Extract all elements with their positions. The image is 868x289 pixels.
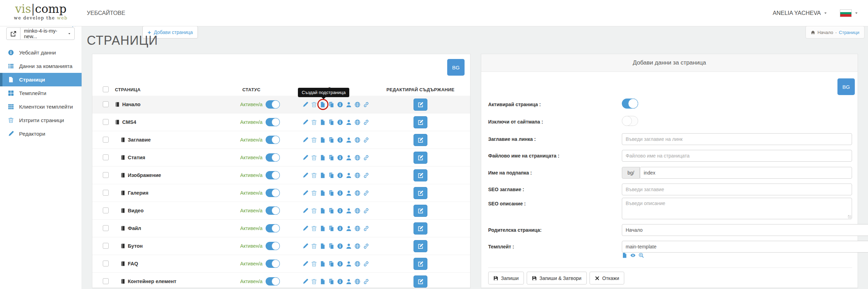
edit-content-button[interactable] [414,99,427,111]
status-toggle[interactable] [266,171,280,179]
row-checkbox[interactable] [103,243,109,249]
sidebar-item-pages[interactable]: Страници [0,73,82,86]
link-icon[interactable] [363,208,369,214]
globe-icon[interactable] [354,137,360,143]
status-toggle[interactable] [266,206,280,215]
edit-content-button[interactable] [414,116,427,128]
duplicate-icon[interactable] [328,119,334,125]
row-checkbox[interactable] [103,119,109,125]
status-toggle[interactable] [266,100,280,109]
status-toggle[interactable] [266,260,280,268]
create-subpage-icon[interactable] [320,261,326,267]
edit-content-button[interactable] [414,187,427,199]
nav-websites[interactable]: УЕБСАЙТОВЕ [87,0,125,26]
globe-icon[interactable] [354,172,360,178]
user-icon[interactable] [346,119,352,125]
info-icon[interactable] [337,119,343,125]
user-icon[interactable] [346,261,352,267]
cancel-button[interactable]: Откажи [590,272,625,284]
open-site-button[interactable] [7,28,20,40]
sidebar-item-client-templates[interactable]: Клиентски темплейти [0,100,82,113]
globe-icon[interactable] [354,155,360,161]
duplicate-icon[interactable] [328,261,334,267]
info-icon[interactable] [337,155,343,161]
zoom-in-icon[interactable] [639,253,644,258]
link-icon[interactable] [363,279,369,284]
user-icon[interactable] [346,226,352,231]
link-icon[interactable] [363,226,369,231]
duplicate-icon[interactable] [328,155,334,161]
delete-icon[interactable] [311,172,317,178]
row-checkbox[interactable] [103,101,109,107]
breadcrumb-home[interactable]: Начало [817,30,833,35]
globe-icon[interactable] [354,208,360,214]
edit-content-button[interactable] [414,222,427,235]
user-icon[interactable] [346,243,352,249]
breadcrumb-current[interactable]: Страници [839,30,859,35]
link-icon[interactable] [363,102,369,108]
globe-icon[interactable] [354,261,360,267]
link-title-input[interactable] [622,133,852,145]
delete-icon[interactable] [311,119,317,125]
user-icon[interactable] [346,155,352,161]
row-checkbox[interactable] [103,154,109,160]
link-icon[interactable] [363,243,369,249]
info-icon[interactable] [337,226,343,231]
duplicate-icon[interactable] [328,243,334,249]
create-subpage-icon[interactable] [320,226,326,231]
link-icon[interactable] [363,190,369,196]
file-name-input[interactable] [622,150,852,162]
create-subpage-icon[interactable] [320,190,326,196]
globe-icon[interactable] [354,279,360,284]
globe-icon[interactable] [354,243,360,249]
sidebar-item-deleted-pages[interactable]: Изтрити страници [0,113,82,127]
info-icon[interactable] [337,261,343,267]
link-icon[interactable] [363,119,369,125]
edit-content-button[interactable] [414,258,427,270]
edit-content-button[interactable] [414,134,427,146]
create-subpage-icon[interactable] [320,208,326,214]
delete-icon[interactable] [311,190,317,196]
edit-icon[interactable] [302,261,308,267]
info-icon[interactable] [337,190,343,196]
create-subpage-icon[interactable] [320,102,326,108]
info-icon[interactable] [337,243,343,249]
sidebar-item-editors[interactable]: Редактори [0,127,82,141]
delete-icon[interactable] [311,243,317,249]
edit-content-button[interactable] [414,205,427,217]
subfolder-input[interactable] [640,167,852,179]
edit-content-button[interactable] [414,152,427,164]
edit-icon[interactable] [302,208,308,214]
delete-icon[interactable] [311,137,317,143]
globe-icon[interactable] [354,119,360,125]
sidebar-item-website-data[interactable]: Уебсайт данни [0,46,82,59]
site-switcher-select[interactable]: minko-4-is-my-new... [20,28,74,40]
select-all-checkbox[interactable] [103,86,109,92]
row-checkbox[interactable] [103,137,109,143]
sidebar-item-templates[interactable]: Темплейти [0,86,82,100]
status-toggle[interactable] [266,242,280,250]
edit-icon[interactable] [302,279,308,284]
status-toggle[interactable] [266,136,280,144]
template-file-icon[interactable] [622,253,627,258]
exclude-sitemap-toggle[interactable] [622,116,638,126]
globe-icon[interactable] [354,102,360,108]
edit-content-button[interactable] [414,240,427,252]
language-menu[interactable] [840,9,858,17]
info-icon[interactable] [337,172,343,178]
create-subpage-icon[interactable] [320,119,326,125]
delete-icon[interactable] [311,279,317,284]
row-checkbox[interactable] [103,278,109,284]
row-checkbox[interactable] [103,207,109,213]
status-toggle[interactable] [266,153,280,162]
create-subpage-icon[interactable] [320,279,326,284]
delete-icon[interactable] [311,261,317,267]
user-menu[interactable]: ANELIA YACHEVA [773,10,827,16]
seo-description-textarea[interactable] [622,198,852,219]
info-icon[interactable] [337,137,343,143]
user-icon[interactable] [346,208,352,214]
user-icon[interactable] [346,279,352,284]
status-toggle[interactable] [266,189,280,197]
link-icon[interactable] [363,155,369,161]
edit-icon[interactable] [302,102,308,108]
